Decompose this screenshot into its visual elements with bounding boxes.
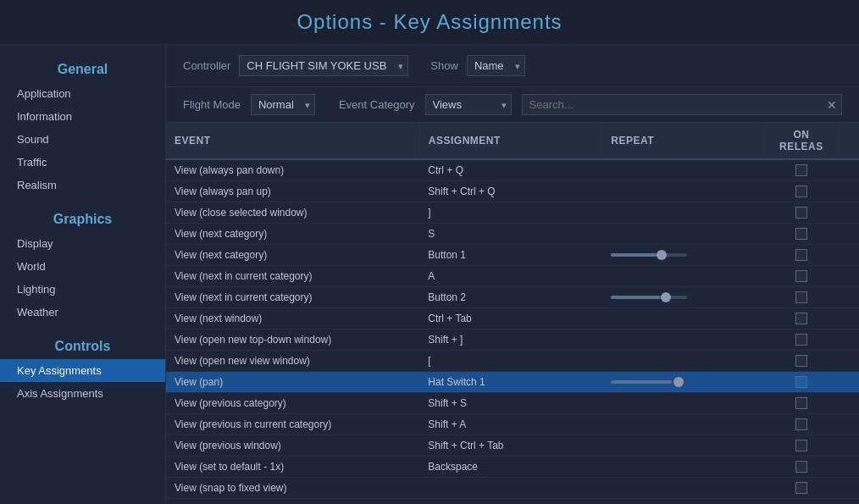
table-row[interactable]: View (open new top-down window)Shift + ] xyxy=(166,330,859,351)
controller-select-wrapper: CH FLIGHT SIM YOKE USB xyxy=(239,55,408,76)
show-label: Show xyxy=(430,59,458,72)
table-row[interactable]: View (next in current category)A xyxy=(166,266,859,287)
cell-on-release[interactable] xyxy=(764,202,838,224)
cell-repeat xyxy=(602,224,765,245)
cell-on-release[interactable] xyxy=(764,393,838,414)
cell-event: View (next category) xyxy=(166,224,419,245)
cell-repeat xyxy=(602,266,765,287)
sidebar-graphics-title: Graphics xyxy=(0,203,165,232)
cell-event: View (next window) xyxy=(166,308,419,330)
on-release-checkbox[interactable] xyxy=(795,376,807,388)
show-select[interactable]: Name xyxy=(467,55,525,76)
table-row[interactable]: View (always pan down)Ctrl + Q xyxy=(166,159,859,181)
cell-on-release[interactable] xyxy=(764,287,838,308)
table-row[interactable]: View (next in current category)Button 2 xyxy=(166,287,859,308)
cell-repeat xyxy=(602,308,765,330)
cell-on-release[interactable] xyxy=(764,457,838,478)
on-release-checkbox[interactable] xyxy=(795,313,807,324)
cell-on-release[interactable] xyxy=(764,414,838,435)
content-area: Controller CH FLIGHT SIM YOKE USB Show N… xyxy=(166,45,859,504)
cell-on-release[interactable] xyxy=(764,266,838,287)
table-row[interactable]: View (set to default - 1x)Backspace xyxy=(166,457,859,478)
on-release-checkbox[interactable] xyxy=(795,270,807,282)
on-release-checkbox[interactable] xyxy=(795,249,807,261)
cell-on-release[interactable] xyxy=(764,224,838,245)
table-row[interactable]: View (snap to fixed view) xyxy=(166,478,859,499)
cell-event: View (close selected window) xyxy=(166,202,419,224)
cell-on-release[interactable] xyxy=(764,245,838,266)
cell-assignment: Backspace xyxy=(419,457,602,478)
cell-assignment: Shift + Ctrl + Tab xyxy=(419,435,602,457)
flight-mode-select[interactable]: NormalSlewAll xyxy=(251,94,315,115)
cell-repeat xyxy=(602,351,765,372)
cell-on-release[interactable] xyxy=(764,351,838,372)
cell-event: View (always pan up) xyxy=(166,181,419,202)
cell-event: View (previous category) xyxy=(166,393,419,414)
sidebar-item-traffic[interactable]: Traffic xyxy=(0,151,165,174)
on-release-checkbox[interactable] xyxy=(795,334,807,346)
on-release-checkbox[interactable] xyxy=(795,355,807,367)
cell-extra xyxy=(838,478,859,499)
table-row[interactable]: View (next window)Ctrl + Tab xyxy=(166,308,859,330)
cell-extra xyxy=(838,414,859,435)
sidebar-item-sound[interactable]: Sound xyxy=(0,128,165,151)
table-row[interactable]: View (next category)Button 1 xyxy=(166,245,859,266)
cell-extra xyxy=(838,330,859,351)
cell-repeat xyxy=(602,330,765,351)
sidebar-item-application[interactable]: Application xyxy=(0,82,165,105)
search-input[interactable] xyxy=(522,94,842,115)
cell-event: View (set to default - 1x) xyxy=(166,457,419,478)
cell-extra xyxy=(838,159,859,181)
sidebar-item-lighting[interactable]: Lighting xyxy=(0,278,165,301)
sidebar-item-axis-assignments[interactable]: Axis Assignments xyxy=(0,382,165,405)
cell-assignment xyxy=(419,478,602,499)
flight-mode-select-wrapper: NormalSlewAll xyxy=(251,94,315,115)
sidebar-item-realism[interactable]: Realism xyxy=(0,174,165,197)
on-release-checkbox[interactable] xyxy=(795,291,807,303)
cell-on-release[interactable] xyxy=(764,478,838,499)
col-header-on-release: ON RELEAS xyxy=(764,123,838,159)
cell-on-release[interactable] xyxy=(764,330,838,351)
on-release-checkbox[interactable] xyxy=(795,440,807,451)
cell-on-release[interactable] xyxy=(764,308,838,330)
table-row[interactable]: View (always pan up)Shift + Ctrl + Q xyxy=(166,181,859,202)
table-row[interactable]: View (previous window)Shift + Ctrl + Tab xyxy=(166,435,859,457)
cell-repeat[interactable] xyxy=(602,245,765,266)
table-row[interactable]: View (close selected window)] xyxy=(166,202,859,224)
sidebar-item-information[interactable]: Information xyxy=(0,105,165,128)
search-clear-icon[interactable]: ✕ xyxy=(827,98,837,112)
cell-event: View (next in current category) xyxy=(166,287,419,308)
table-row[interactable]: View (pan)Hat Switch 1 xyxy=(166,372,859,393)
cell-assignment: Button 1 xyxy=(419,245,602,266)
on-release-checkbox[interactable] xyxy=(795,164,807,176)
cell-assignment: Shift + S xyxy=(419,393,602,414)
cell-repeat[interactable] xyxy=(602,287,765,308)
cell-repeat[interactable] xyxy=(602,372,765,393)
cell-on-release[interactable] xyxy=(764,181,838,202)
table-row[interactable]: View (next category)S xyxy=(166,224,859,245)
sidebar: General Application Information Sound Tr… xyxy=(0,45,166,504)
on-release-checkbox[interactable] xyxy=(795,482,807,494)
on-release-checkbox[interactable] xyxy=(795,418,807,430)
sidebar-item-world[interactable]: World xyxy=(0,255,165,278)
event-category-select[interactable]: ViewsCameraInstruments xyxy=(425,94,512,115)
cell-repeat xyxy=(602,457,765,478)
sidebar-item-display[interactable]: Display xyxy=(0,232,165,255)
on-release-checkbox[interactable] xyxy=(795,397,807,409)
sidebar-item-weather[interactable]: Weather xyxy=(0,301,165,324)
cell-on-release[interactable] xyxy=(764,372,838,393)
assignments-table: EVENT ASSIGNMENT REPEAT ON RELEAS xyxy=(166,123,859,499)
table-row[interactable]: View (previous in current category)Shift… xyxy=(166,414,859,435)
cell-on-release[interactable] xyxy=(764,435,838,457)
controller-select[interactable]: CH FLIGHT SIM YOKE USB xyxy=(239,55,408,76)
cell-event: View (next in current category) xyxy=(166,266,419,287)
sidebar-item-key-assignments[interactable]: Key Assignments xyxy=(0,359,165,382)
on-release-checkbox[interactable] xyxy=(795,461,807,473)
table-row[interactable]: View (previous category)Shift + S xyxy=(166,393,859,414)
on-release-checkbox[interactable] xyxy=(795,228,807,240)
cell-extra xyxy=(838,245,859,266)
on-release-checkbox[interactable] xyxy=(795,186,807,197)
table-row[interactable]: View (open new view window)[ xyxy=(166,351,859,372)
on-release-checkbox[interactable] xyxy=(795,207,807,219)
cell-on-release[interactable] xyxy=(764,159,838,181)
